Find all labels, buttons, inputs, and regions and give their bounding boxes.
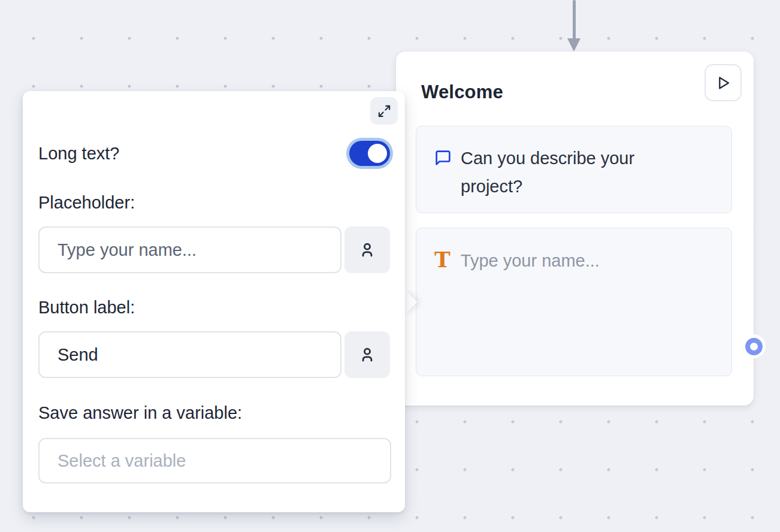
text-bubble-block[interactable]: Can you describe your project? (416, 126, 732, 213)
text-input-block[interactable]: T Type your name... (416, 228, 732, 376)
button-label-label: Button label: (38, 296, 135, 319)
node-output-port[interactable] (742, 334, 766, 358)
play-icon (715, 75, 731, 91)
button-label-input[interactable] (38, 331, 341, 378)
port-ring-icon (745, 338, 763, 355)
group-node-welcome[interactable]: Welcome Can you describe your project? T… (396, 52, 754, 406)
edge-arrowhead-icon (567, 38, 581, 52)
input-placeholder-preview: Type your name... (461, 247, 600, 275)
user-icon (358, 345, 377, 364)
preview-group-button[interactable] (705, 64, 742, 101)
insert-variable-button[interactable] (344, 331, 390, 378)
placeholder-label: Placeholder: (38, 191, 135, 214)
variable-select-input[interactable] (38, 438, 391, 483)
expand-settings-button[interactable] (370, 97, 398, 125)
long-text-toggle[interactable] (346, 138, 393, 169)
long-text-label: Long text? (38, 142, 119, 165)
settings-popover: Long text? Placeholder: Button label: Sa… (23, 91, 405, 512)
text-input-icon: T (434, 246, 451, 273)
insert-variable-button[interactable] (344, 226, 390, 273)
placeholder-input[interactable] (38, 226, 341, 273)
group-title[interactable]: Welcome (421, 81, 503, 103)
user-icon (358, 240, 377, 259)
chat-bubble-icon (434, 149, 452, 167)
toggle-track (349, 141, 390, 166)
flow-canvas[interactable]: { "canvas": { "background_color": "#eef0… (0, 0, 780, 532)
edge-line (573, 0, 576, 41)
expand-icon (377, 104, 391, 118)
toggle-knob (368, 144, 387, 163)
bubble-text: Can you describe your project? (461, 144, 670, 201)
save-variable-label: Save answer in a variable: (38, 401, 242, 424)
